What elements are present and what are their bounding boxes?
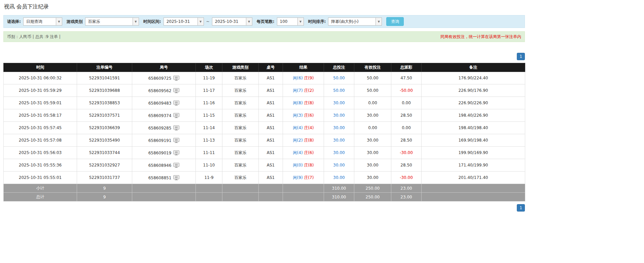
chevron-down-icon[interactable]: ▼: [246, 18, 252, 25]
sort-order-label: 时间排序:: [308, 19, 326, 25]
video-replay-icon[interactable]: [173, 150, 179, 155]
result-banker: 庄(8): [304, 163, 314, 167]
result-banker: 庄(8): [304, 138, 314, 143]
cell-round-id: 658608851: [132, 172, 196, 184]
total-bet-link[interactable]: 30.00: [333, 175, 345, 180]
cell-result: 闲(6) 庄(9): [283, 72, 324, 84]
query-type-select[interactable]: 日期查询 ▼: [23, 17, 62, 26]
cell-bet-id: 522931039688: [77, 84, 132, 97]
subtotal-empty-cell: [283, 184, 324, 193]
cell-payout: 0.00: [391, 122, 422, 134]
cell-bet-id: 522931035490: [77, 134, 132, 147]
table-row: 2025-10-31 05:57:08522931035490658609191…: [4, 134, 525, 147]
total-bet-link[interactable]: 30.00: [333, 163, 345, 167]
page-button-1[interactable]: 1: [517, 53, 525, 60]
cell-table-no: AS1: [259, 147, 283, 159]
total-bet-link[interactable]: 50.00: [333, 76, 345, 80]
cell-round-id: 658609191: [132, 134, 196, 147]
total-bet-link[interactable]: 50.00: [333, 88, 345, 93]
cell-session: 11-10: [196, 159, 222, 172]
cell-game-type: 百家乐: [222, 172, 259, 184]
column-header-result: 结果: [283, 63, 324, 72]
cell-bet-id: 522931031737: [77, 172, 132, 184]
cell-bet-id: 522931037571: [77, 109, 132, 122]
cell-time: 2025-10-31 05:58:17: [4, 109, 77, 122]
cell-round-id: 658609019: [132, 147, 196, 159]
pagination-top: 1: [3, 53, 525, 60]
cell-session: 11-11: [196, 147, 222, 159]
total-label: 总计: [4, 193, 77, 201]
total-bet-link[interactable]: 30.00: [333, 138, 345, 143]
pagination-bottom: 1: [3, 204, 525, 212]
result-player: 闲(7): [293, 88, 303, 93]
chevron-down-icon[interactable]: ▼: [375, 18, 382, 25]
currency-summary: 币别：人民币 | 总共 :9 注单 |: [7, 34, 61, 40]
cell-valid-bet: 30.00: [354, 172, 391, 184]
subtotal-valid-bet: 250.00: [354, 184, 391, 193]
column-header-remark: 备注: [422, 63, 525, 72]
page-size-value: 100: [277, 18, 297, 25]
result-banker: 庄(4): [304, 125, 314, 130]
result-banker: 庄(7): [304, 175, 314, 180]
cell-session: 11-17: [196, 84, 222, 97]
result-player: 闲(3): [293, 113, 303, 118]
cell-round-id: 658609374: [132, 109, 196, 122]
cell-remark: 226.90/176.90: [422, 84, 525, 97]
cell-remark: 199.90/169.90: [422, 147, 525, 159]
video-replay-icon[interactable]: [173, 163, 179, 168]
date-to-select[interactable]: 2025-10-31 ▼: [212, 17, 252, 26]
video-replay-icon[interactable]: [173, 101, 179, 106]
cell-bet-id: 522931038853: [77, 97, 132, 109]
video-replay-icon[interactable]: [173, 76, 179, 81]
cell-valid-bet: 30.00: [354, 159, 391, 172]
cell-time: 2025-10-31 05:55:01: [4, 172, 77, 184]
cell-remark: 198.40/226.90: [422, 109, 525, 122]
total-empty-cell: [283, 193, 324, 201]
result-player: 闲(2): [293, 138, 303, 143]
cell-table-no: AS1: [259, 84, 283, 97]
chevron-down-icon[interactable]: ▼: [297, 18, 303, 25]
cell-result: 闲(0) 庄(8): [283, 159, 324, 172]
table-body: 2025-10-31 06:00:32522931041591658609725…: [4, 72, 525, 184]
total-empty-cell: [259, 193, 283, 201]
result-player: 闲(0): [293, 163, 303, 167]
total-bet-link[interactable]: 30.00: [333, 101, 345, 105]
page-button-1[interactable]: 1: [517, 204, 525, 212]
cell-round-id: 658609725: [132, 72, 196, 84]
table-row: 2025-10-31 05:59:29522931039688658609562…: [4, 84, 525, 97]
cell-game-type: 百家乐: [222, 97, 259, 109]
cell-game-type: 百家乐: [222, 134, 259, 147]
chevron-down-icon[interactable]: ▼: [198, 18, 204, 25]
date-from-select[interactable]: 2025-10-31 ▼: [164, 17, 204, 26]
table-row: 2025-10-31 05:59:01522931038853658609483…: [4, 97, 525, 109]
subtotal-empty-cell: [196, 184, 222, 193]
cell-time: 2025-10-31 05:57:45: [4, 122, 77, 134]
chevron-down-icon[interactable]: ▼: [133, 18, 139, 25]
chevron-down-icon[interactable]: ▼: [56, 18, 62, 25]
video-replay-icon[interactable]: [173, 138, 179, 143]
cell-table-no: AS1: [259, 97, 283, 109]
sort-order-select[interactable]: 降幂(由大到小) ▼: [328, 17, 382, 26]
search-button[interactable]: 查询: [386, 17, 404, 26]
game-type-select[interactable]: 百家乐 ▼: [85, 17, 139, 26]
round-id-text: 658609374: [148, 113, 172, 118]
video-replay-icon[interactable]: [173, 175, 179, 180]
date-from-value: 2025-10-31: [164, 18, 198, 25]
date-range-separator: ~: [206, 19, 210, 24]
page-size-select[interactable]: 100 ▼: [277, 17, 304, 26]
cell-remark: 226.90/226.90: [422, 97, 525, 109]
cell-total-bet: 30.00: [324, 147, 354, 159]
total-bet-link[interactable]: 30.00: [333, 150, 345, 155]
table-row: 2025-10-31 06:00:32522931041591658609725…: [4, 72, 525, 84]
column-header-round-id: 局号: [132, 63, 196, 72]
total-empty-cell: [222, 193, 259, 201]
cell-bet-id: 522931033744: [77, 147, 132, 159]
cell-result: 闲(3) 庄(6): [283, 109, 324, 122]
total-bet-link[interactable]: 30.00: [333, 113, 345, 118]
video-replay-icon[interactable]: [173, 113, 179, 118]
total-empty-cell: [196, 193, 222, 201]
video-replay-icon[interactable]: [173, 88, 179, 93]
total-bet-link[interactable]: 30.00: [333, 125, 345, 130]
cell-session: 11-14: [196, 122, 222, 134]
video-replay-icon[interactable]: [173, 125, 179, 130]
